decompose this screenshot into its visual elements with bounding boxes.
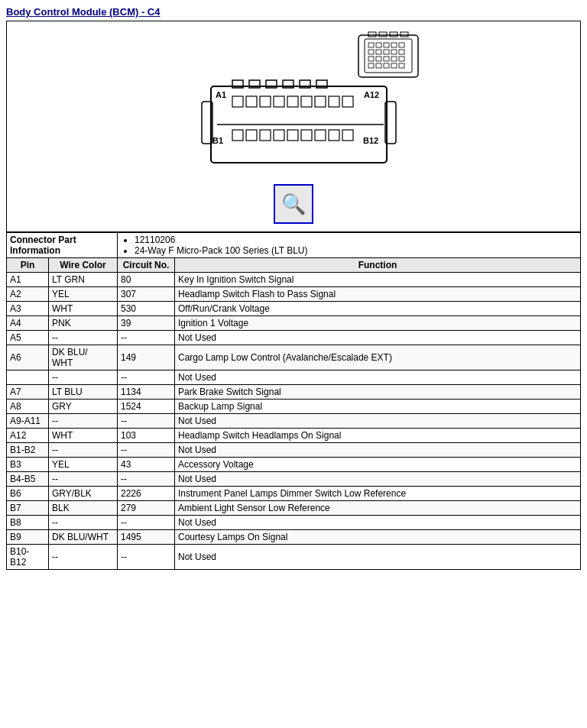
cell-wire: -- (49, 414, 118, 429)
cell-circuit: -- (118, 414, 175, 429)
table-row: B9DK BLU/WHT1495Courtesy Lamps On Signal (7, 530, 581, 545)
cell-wire: PNK (49, 316, 118, 331)
table-row: B7BLK279Ambient Light Sensor Low Referen… (7, 501, 581, 516)
cell-wire: -- (49, 472, 118, 487)
cell-pin: B4-B5 (7, 472, 49, 487)
cell-wire: GRY/BLK (49, 487, 118, 501)
table-row: B6GRY/BLK2226Instrument Panel Lamps Dimm… (7, 487, 581, 501)
part-number: 12110206 (135, 235, 577, 245)
cell-pin: A1 (7, 273, 49, 287)
svg-rect-2 (368, 43, 374, 47)
cell-pin: B10-B12 (7, 545, 49, 570)
cell-wire: DK BLU/WHT (49, 345, 118, 370)
svg-text:B12: B12 (363, 136, 378, 145)
cell-function: Courtesy Lamps On Signal (175, 530, 581, 545)
table-row: A6DK BLU/WHT149Cargo Lamp Low Control (A… (7, 345, 581, 370)
cell-circuit: -- (118, 370, 175, 385)
cell-function: Backup Lamp Signal (175, 400, 581, 414)
svg-rect-54 (329, 130, 339, 141)
connector-info-data: 12110206 24-Way F Micro-Pack 100 Series … (118, 233, 581, 258)
cell-function: Ambient Light Sensor Low Reference (175, 501, 581, 516)
svg-rect-17 (368, 63, 374, 68)
table-row: A12WHT103Headlamp Switch Headlamps On Si… (7, 429, 581, 443)
svg-rect-38 (246, 96, 257, 107)
cell-pin: A2 (7, 287, 49, 302)
svg-rect-44 (329, 96, 339, 107)
svg-rect-50 (274, 130, 284, 141)
svg-rect-20 (391, 63, 397, 68)
cell-circuit: 149 (118, 345, 175, 370)
cell-circuit: 43 (118, 458, 175, 472)
table-row: A4PNK39Ignition 1 Voltage (7, 316, 581, 331)
svg-rect-37 (232, 96, 243, 107)
part-description: 24-Way F Micro-Pack 100 Series (LT BLU) (135, 245, 577, 256)
cell-circuit: 1134 (118, 385, 175, 400)
connector-info-row: Connector Part Information 12110206 24-W… (7, 233, 581, 258)
cell-circuit: -- (118, 516, 175, 530)
header-circuit-no: Circuit No. (118, 258, 175, 273)
svg-rect-55 (342, 130, 353, 141)
cell-wire: WHT (49, 302, 118, 316)
cell-circuit: 1495 (118, 530, 175, 545)
diagram-container: A1 A12 B1 B12 (6, 21, 581, 232)
table-row: B10-B12----Not Used (7, 545, 581, 570)
svg-rect-39 (260, 96, 271, 107)
cell-function: Park Brake Switch Signal (175, 385, 581, 400)
cell-circuit: 39 (118, 316, 175, 331)
cell-circuit: 279 (118, 501, 175, 516)
svg-rect-19 (384, 63, 389, 68)
table-row: B8----Not Used (7, 516, 581, 530)
svg-rect-0 (358, 35, 418, 77)
svg-rect-42 (301, 96, 312, 107)
cell-function: Instrument Panel Lamps Dimmer Switch Low… (175, 487, 581, 501)
cell-wire: GRY (49, 400, 118, 414)
svg-rect-21 (399, 63, 404, 68)
cell-function: Ignition 1 Voltage (175, 316, 581, 331)
cell-circuit: 2226 (118, 487, 175, 501)
svg-rect-4 (384, 43, 389, 47)
svg-rect-53 (315, 130, 326, 141)
svg-rect-41 (287, 96, 298, 107)
cell-circuit: 80 (118, 273, 175, 287)
svg-rect-45 (342, 96, 353, 107)
cell-function: Not Used (175, 516, 581, 530)
svg-rect-15 (391, 57, 397, 61)
table-row: B3YEL43Accessory Voltage (7, 458, 581, 472)
cell-wire: -- (49, 331, 118, 345)
cell-pin: A4 (7, 316, 49, 331)
svg-rect-11 (399, 50, 404, 54)
magnify-icon[interactable]: 🔍 (274, 184, 313, 224)
table-row: A3WHT530Off/Run/Crank Voltage (7, 302, 581, 316)
svg-rect-10 (391, 50, 397, 54)
cell-pin: B7 (7, 501, 49, 516)
cell-pin: A12 (7, 429, 49, 443)
table-row: A9-A11----Not Used (7, 414, 581, 429)
svg-rect-22 (368, 32, 376, 37)
svg-rect-18 (376, 63, 381, 68)
svg-rect-25 (401, 32, 408, 37)
table-header-row: Pin Wire Color Circuit No. Function (7, 258, 581, 273)
cell-pin: A7 (7, 385, 49, 400)
svg-rect-8 (376, 50, 381, 54)
cell-wire: YEL (49, 287, 118, 302)
table-row: ----Not Used (7, 370, 581, 385)
cell-function: Not Used (175, 414, 581, 429)
svg-rect-51 (287, 130, 298, 141)
svg-rect-1 (365, 39, 412, 73)
cell-wire: WHT (49, 429, 118, 443)
svg-rect-47 (232, 130, 243, 141)
cell-wire: -- (49, 443, 118, 458)
svg-rect-12 (368, 57, 374, 61)
cell-pin: A5 (7, 331, 49, 345)
table-row: A8GRY1524Backup Lamp Signal (7, 400, 581, 414)
cell-function: Key In Ignition Switch Signal (175, 273, 581, 287)
cell-circuit: 103 (118, 429, 175, 443)
cell-circuit: -- (118, 545, 175, 570)
table-row: B1-B2----Not Used (7, 443, 581, 458)
cell-wire: BLK (49, 501, 118, 516)
svg-rect-49 (260, 130, 271, 141)
cell-function: Headlamp Switch Headlamps On Signal (175, 429, 581, 443)
cell-function: Not Used (175, 472, 581, 487)
cell-pin: B6 (7, 487, 49, 501)
table-row: A2YEL307Headlamp Switch Flash to Pass Si… (7, 287, 581, 302)
